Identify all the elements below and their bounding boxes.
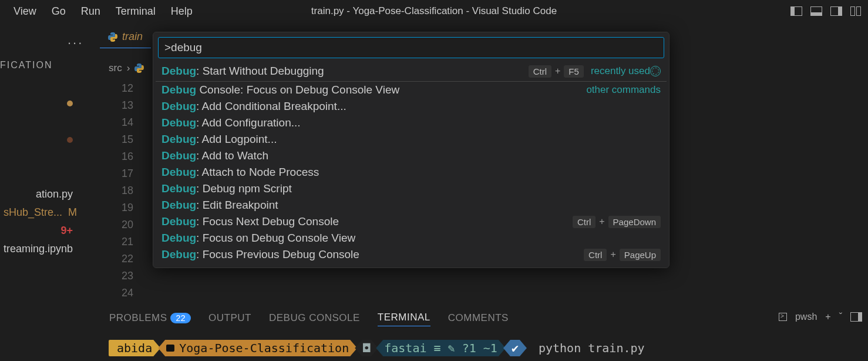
command-item[interactable]: Debug: Focus Next Debug Console Ctrl+Pag…: [156, 213, 667, 230]
menu-help[interactable]: Help: [163, 3, 200, 20]
python-icon: [134, 63, 144, 73]
file-item[interactable]: [0, 131, 76, 149]
command-item[interactable]: Debug: Start Without Debugging Ctrl+F5 r…: [156, 63, 667, 82]
window-title: train.py - Yoga-Pose-Classification - Vi…: [311, 5, 557, 17]
command-item[interactable]: Debug: Add Logpoint...: [156, 131, 667, 148]
status-user[interactable]: abida: [109, 340, 160, 356]
command-item[interactable]: Debug: Focus on Debug Console View: [156, 230, 667, 246]
menu-terminal[interactable]: Terminal: [108, 3, 163, 20]
layout-controls: [790, 6, 862, 16]
command-item[interactable]: Debug: Attach to Node Process: [156, 164, 667, 180]
layout-custom-icon[interactable]: [850, 6, 862, 16]
editor-tabs: train: [100, 26, 151, 48]
shell-name[interactable]: pwsh: [795, 312, 817, 322]
line-no: 15: [115, 131, 133, 148]
status-check[interactable]: ✔: [503, 340, 527, 356]
tab-problems[interactable]: PROBLEMS22: [109, 312, 191, 326]
line-no: 16: [115, 148, 133, 165]
panel-right-icon[interactable]: [830, 6, 842, 16]
tab-output[interactable]: OUTPUT: [208, 312, 251, 326]
command-item[interactable]: Debug: Add Conditional Breakpoint...: [156, 98, 667, 115]
python-icon: [108, 32, 117, 42]
file-streaming[interactable]: treaming.ipynb: [0, 240, 76, 258]
section-other: other commands: [586, 84, 661, 96]
explorer-section-label: FICATION: [0, 60, 52, 71]
file-tree: ation.py sHub_Stre... M 9+ treaming.ipyn…: [0, 94, 76, 258]
keybinding: Ctrl+PageDown: [573, 216, 661, 228]
status-command: python train.py: [530, 340, 653, 356]
section-recent: recently used: [591, 65, 650, 77]
chevron-right-icon: ›: [127, 62, 130, 74]
terminal-icon: [779, 313, 787, 321]
line-no: 18: [115, 182, 133, 199]
dot-error-icon: [67, 137, 73, 143]
badge-modified: M: [68, 206, 77, 218]
line-no: 17: [115, 165, 133, 182]
panel-left-icon[interactable]: [790, 6, 802, 16]
file-hub[interactable]: sHub_Stre... M: [0, 203, 76, 222]
file-item[interactable]: [0, 149, 76, 167]
keybinding: Ctrl+F5: [529, 65, 584, 78]
status-branch[interactable]: fastai ≡ ✎ ?1 ~1: [376, 340, 506, 356]
file-item[interactable]: [0, 94, 76, 112]
menu-bar: View Go Run Terminal Help: [6, 3, 200, 20]
file-ation[interactable]: ation.py: [0, 185, 76, 203]
file-item[interactable]: [0, 167, 76, 185]
problems-count: 22: [170, 313, 191, 323]
breadcrumb-src[interactable]: src: [109, 62, 122, 74]
tab-comments[interactable]: COMMENTS: [448, 312, 509, 326]
command-item[interactable]: Debug: Debug npm Script: [156, 180, 667, 197]
tab-label: train: [122, 31, 143, 43]
command-input[interactable]: [158, 37, 664, 58]
keybinding: Ctrl+PageUp: [584, 249, 661, 261]
file-item[interactable]: [0, 112, 76, 131]
line-no: 23: [115, 268, 133, 285]
menu-run[interactable]: Run: [73, 3, 108, 20]
line-no: 20: [115, 216, 133, 233]
breadcrumb[interactable]: src ›: [109, 62, 144, 74]
tab-terminal[interactable]: TERMINAL: [378, 312, 430, 326]
terminal-controls: pwsh + ˇ: [779, 312, 862, 322]
split-terminal-icon[interactable]: [850, 312, 862, 322]
line-no: 13: [115, 97, 133, 114]
line-no: 12: [115, 80, 133, 97]
gear-icon[interactable]: [650, 66, 661, 76]
command-item[interactable]: Debug: Add Configuration...: [156, 115, 667, 131]
chevron-down-icon[interactable]: ˇ: [839, 312, 842, 322]
panel-tabs: PROBLEMS22 OUTPUT DEBUG CONSOLE TERMINAL…: [109, 312, 509, 326]
line-gutter: 12 13 14 15 16 17 18 19 20 21 22 23 24: [115, 80, 133, 302]
command-item[interactable]: Debug Console: Focus on Debug Console Vi…: [156, 82, 667, 98]
command-item[interactable]: Debug: Edit Breakpoint: [156, 197, 667, 213]
line-no: 22: [115, 250, 133, 268]
explorer-more-icon[interactable]: ···: [68, 35, 83, 51]
file-badge-nine[interactable]: 9+: [0, 222, 76, 240]
status-extra-icon[interactable]: ◘: [355, 340, 378, 356]
title-bar: View Go Run Terminal Help train.py - Yog…: [0, 0, 868, 22]
line-no: 24: [115, 285, 133, 302]
tab-debug-console[interactable]: DEBUG CONSOLE: [269, 312, 360, 326]
menu-go[interactable]: Go: [44, 3, 73, 20]
status-bar: abida Yoga-Pose-Classification ◘ fastai …: [109, 340, 653, 356]
folder-icon: [166, 345, 174, 352]
command-list: Debug: Start Without Debugging Ctrl+F5 r…: [153, 63, 669, 268]
panel-bottom-icon[interactable]: [810, 6, 822, 16]
command-palette: Debug: Start Without Debugging Ctrl+F5 r…: [153, 32, 669, 268]
dot-modified-icon: [67, 101, 73, 106]
command-item[interactable]: Debug: Add to Watch: [156, 148, 667, 164]
line-no: 21: [115, 233, 133, 250]
command-item[interactable]: Debug: Focus Previous Debug Console Ctrl…: [156, 246, 667, 263]
status-repo[interactable]: Yoga-Pose-Classification: [158, 340, 357, 356]
menu-view[interactable]: View: [6, 3, 44, 20]
line-no: 19: [115, 199, 133, 216]
tab-train[interactable]: train: [100, 26, 151, 48]
line-no: 14: [115, 114, 133, 131]
add-terminal-icon[interactable]: +: [825, 312, 830, 322]
